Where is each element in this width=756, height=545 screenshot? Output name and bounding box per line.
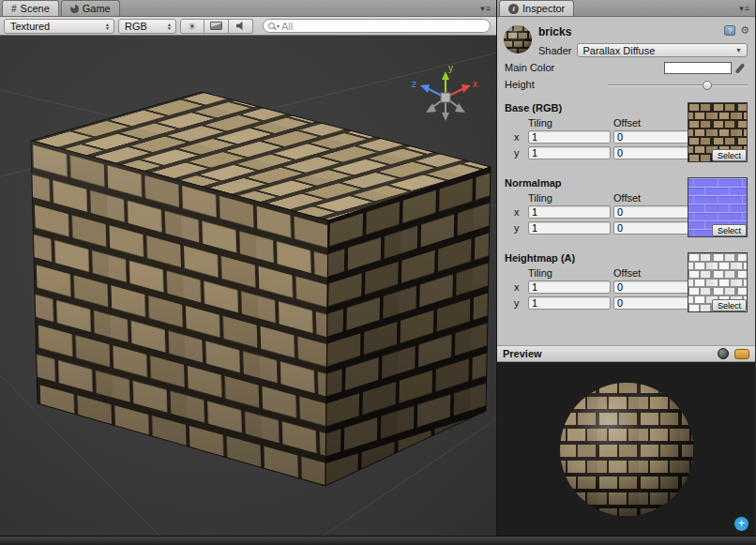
slider-thumb[interactable]	[703, 81, 712, 90]
lighting-toggle-button[interactable]: ☀	[180, 19, 204, 34]
dropdown-arrows-icon: ▲▼	[105, 23, 110, 30]
inspector-panel: i Inspector ▾≡ bricks Shader	[497, 0, 755, 536]
base-tiling-y-field[interactable]	[528, 146, 611, 159]
scene-toolbar: Textured ▲▼ RGB ▲▼ ☀ ▾	[0, 17, 496, 36]
window-bottom-bar	[0, 536, 756, 545]
search-filter-caret-icon: ▾	[277, 23, 280, 29]
audio-toggle-button[interactable]	[229, 19, 253, 34]
draw-mode-dropdown[interactable]: Textured ▲▼	[4, 19, 114, 34]
normalmap-texture-thumbnail[interactable]: Select	[688, 177, 748, 237]
normal-tiling-y-field[interactable]	[528, 221, 611, 235]
tab-inspector[interactable]: i Inspector	[499, 0, 574, 16]
height-slider[interactable]	[608, 79, 748, 91]
base-offset-y-field[interactable]	[613, 146, 696, 159]
offset-label: Offset	[613, 117, 696, 129]
inspector-tab-strip: i Inspector ▾≡	[497, 0, 755, 17]
inspector-body: bricks Shader Parallax Diffuse ▼ ? ⚙	[497, 17, 755, 345]
normal-offset-x-field[interactable]	[613, 205, 696, 219]
tab-game[interactable]: Game	[61, 0, 120, 16]
heightmap-offset-y-field[interactable]	[613, 296, 696, 310]
axis-y-label: y	[512, 297, 525, 309]
eyedropper-icon[interactable]	[736, 62, 748, 74]
axis-x-label: x	[512, 206, 525, 218]
info-icon: i	[508, 4, 519, 14]
scene-tab-strip: # Scene Game ▾≡	[0, 0, 496, 17]
height-label: Height	[505, 79, 608, 90]
preview-light-icon[interactable]	[734, 349, 749, 359]
preview-mesh-icon[interactable]	[718, 348, 729, 359]
gizmo-center-cube	[441, 93, 450, 102]
material-sphere-icon	[503, 24, 533, 54]
heightmap-select-button[interactable]: Select	[712, 299, 747, 311]
preview-title: Preview	[503, 348, 718, 359]
gear-icon[interactable]: ⚙	[740, 25, 749, 36]
svg-text:y: y	[448, 63, 453, 73]
axis-x-label: x	[512, 131, 525, 143]
preview-panel: Preview +	[497, 345, 755, 536]
base-tiling-x-field[interactable]	[528, 130, 611, 144]
search-input[interactable]	[281, 21, 482, 32]
heightmap-texture-thumbnail[interactable]: Select	[688, 252, 748, 312]
tiling-label: Tiling	[528, 267, 611, 279]
normal-tiling-x-field[interactable]	[528, 205, 611, 219]
scene-panel: # Scene Game ▾≡ Textured ▲▼ RGB ▲▼	[0, 0, 497, 536]
inspector-pane-menu-icon[interactable]: ▾≡	[739, 4, 750, 13]
shader-value: Parallax Diffuse	[582, 45, 735, 56]
tab-scene-label: Scene	[21, 3, 50, 14]
texture-section-heightmap: Heightmap (A) Tiling Offset x	[505, 252, 749, 318]
tab-inspector-label: Inspector	[522, 3, 565, 14]
heightmap-offset-x-field[interactable]	[613, 280, 696, 294]
tab-game-label: Game	[83, 3, 111, 14]
shader-dropdown[interactable]: Parallax Diffuse ▼	[577, 43, 748, 57]
tiling-label: Tiling	[528, 117, 611, 129]
chevron-down-icon: ▼	[735, 47, 742, 53]
skybox-toggle-button[interactable]	[204, 19, 229, 34]
main-color-swatch[interactable]	[664, 62, 732, 74]
speaker-icon	[236, 22, 246, 31]
scene-viewport[interactable]: y x z	[0, 36, 496, 536]
svg-text:x: x	[473, 79, 477, 89]
offset-label: Offset	[613, 192, 696, 204]
color-channel-dropdown[interactable]: RGB ▲▼	[118, 19, 176, 34]
preview-sphere	[556, 379, 697, 520]
shader-label: Shader	[538, 45, 571, 56]
preview-area[interactable]: +	[497, 362, 755, 536]
height-row: Height	[497, 76, 755, 93]
game-icon	[70, 5, 79, 13]
axis-y-label: y	[512, 222, 525, 234]
add-icon[interactable]: +	[734, 517, 748, 531]
scene-pane-menu-icon[interactable]: ▾≡	[480, 4, 491, 13]
axis-y-label: y	[512, 147, 525, 159]
preview-header[interactable]: Preview	[497, 345, 755, 362]
texture-section-normalmap: Normalmap Tiling Offset x	[505, 177, 749, 243]
material-name: bricks	[538, 24, 749, 38]
heightmap-tiling-x-field[interactable]	[528, 280, 611, 294]
main-color-label: Main Color	[505, 62, 608, 73]
base-select-button[interactable]: Select	[712, 149, 747, 161]
main-color-row: Main Color	[497, 59, 755, 76]
heightmap-tiling-y-field[interactable]	[528, 296, 611, 310]
draw-mode-value: Textured	[10, 21, 101, 32]
axis-y: y	[442, 63, 453, 98]
orientation-gizmo[interactable]: y x z	[410, 60, 481, 133]
base-offset-x-field[interactable]	[613, 130, 696, 144]
help-icon[interactable]: ?	[724, 25, 735, 36]
scene-grid-icon: #	[11, 4, 17, 14]
tab-scene[interactable]: # Scene	[2, 0, 59, 16]
image-icon	[210, 22, 222, 30]
unity-editor-window: # Scene Game ▾≡ Textured ▲▼ RGB ▲▼	[0, 0, 756, 545]
texture-section-base: Base (RGB) Tiling Offset x	[505, 102, 749, 168]
material-header: bricks Shader Parallax Diffuse ▼ ? ⚙	[497, 21, 755, 59]
normalmap-select-button[interactable]: Select	[712, 224, 747, 236]
color-channel-value: RGB	[125, 21, 163, 32]
scene-toggle-group: ☀	[180, 19, 253, 34]
offset-label: Offset	[613, 267, 696, 279]
slider-track	[608, 84, 748, 86]
sun-icon: ☀	[188, 22, 197, 31]
normal-offset-y-field[interactable]	[613, 221, 696, 235]
dropdown-arrows-icon: ▲▼	[167, 23, 172, 30]
base-texture-thumbnail[interactable]: Select	[688, 102, 748, 162]
tiling-label: Tiling	[528, 192, 611, 204]
svg-text:z: z	[412, 79, 416, 89]
scene-search-field[interactable]: ▾	[263, 19, 491, 33]
